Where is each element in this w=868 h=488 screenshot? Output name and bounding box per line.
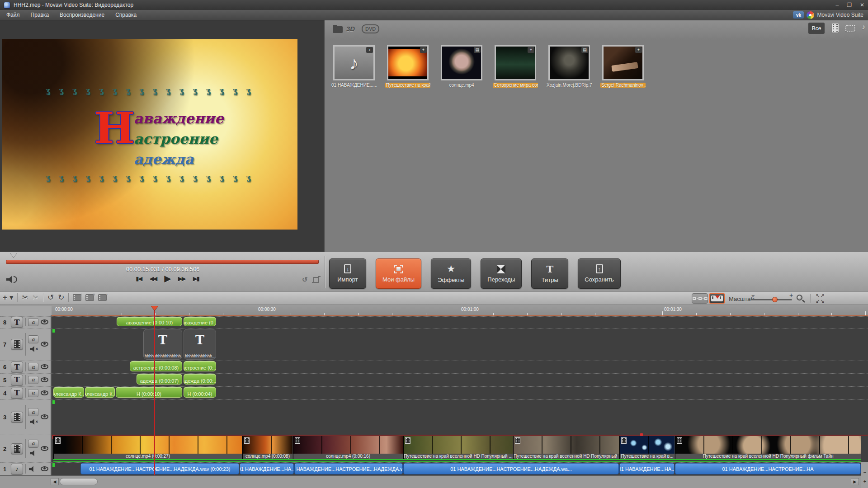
track-type-button[interactable]: T — [11, 388, 23, 399]
fullscreen-timeline-icon[interactable]: ↖↗↙↘ — [816, 293, 825, 304]
clip-speed-tool-icon[interactable]: » — [85, 294, 94, 301]
zoom-in-label[interactable]: + — [789, 291, 793, 299]
clip-audio-tool-icon[interactable]: ♪ — [73, 294, 81, 301]
track-type-button[interactable] — [11, 339, 23, 350]
media-item[interactable]: +Сотворение мира сог... — [493, 45, 538, 88]
media-thumbnail[interactable]: ▤ — [548, 45, 590, 80]
rewind-button[interactable]: ◀◀ — [149, 275, 156, 282]
track-type-button[interactable]: T — [11, 361, 23, 372]
video-clip[interactable]: солнце.mp4 (0:00:08) — [242, 436, 292, 459]
undo-button[interactable]: ↺ — [47, 293, 54, 302]
title-clip[interactable]: астроение (0:... — [184, 361, 216, 371]
media-thumbnail[interactable]: + — [602, 45, 644, 80]
playhead-handle[interactable] — [151, 306, 158, 310]
seek-marker[interactable] — [10, 253, 17, 258]
visibility-eye-icon[interactable] — [41, 466, 48, 471]
seek-bar[interactable] — [6, 260, 319, 264]
dvd-badge[interactable]: DVD — [362, 24, 379, 33]
filter-audio-icon[interactable]: ♪ — [862, 23, 865, 31]
track-type-button[interactable] — [11, 443, 23, 454]
title-clip[interactable]: аваждение (0:00:10) — [117, 317, 182, 326]
visibility-eye-icon[interactable] — [41, 414, 48, 419]
visibility-eye-icon[interactable] — [41, 390, 48, 395]
menu-item-1[interactable]: Правка — [31, 12, 49, 18]
video-clip[interactable]: Путешествие на край вселенной HD Популяр… — [513, 436, 619, 459]
scroll-right-button[interactable]: ▶ — [851, 478, 859, 485]
filter-all-button[interactable]: Все — [808, 23, 825, 34]
opacity-button[interactable]: α — [28, 408, 38, 416]
speaker-icon[interactable] — [29, 466, 35, 472]
title-clip[interactable]: Александр К... — [85, 387, 115, 398]
add-clip-dropdown-icon[interactable]: ▾ — [9, 293, 14, 302]
video-clip[interactable]: солнце.mp4 (0:00:27) — [53, 436, 242, 459]
open-folder-icon[interactable] — [333, 26, 343, 33]
menu-item-3[interactable]: Справка — [115, 12, 137, 18]
track-type-button[interactable]: T — [11, 317, 23, 328]
timeline-view-button[interactable] — [709, 293, 725, 304]
split-button[interactable]: ✂ — [33, 293, 39, 302]
playhead-line[interactable] — [154, 306, 155, 475]
import-button[interactable]: ↓Импорт — [329, 258, 366, 289]
preview-video[interactable]: ʓ ʓ ʓ ʓ ʓ ʓ ʓ ʓ ʓ ʓ ʓ ʓ ʓ ʓ ʓ ʓ Н аважде… — [2, 39, 297, 230]
media-item[interactable]: +Путешествие на край... — [385, 45, 430, 88]
title-clip[interactable]: астроение (0:00:08) — [130, 361, 182, 371]
myfiles-button[interactable]: Мои файлы — [376, 258, 421, 289]
opacity-button[interactable]: α — [28, 335, 38, 343]
media-item[interactable]: ♪♪01 НАВАЖДЕНИЕ...... — [331, 45, 377, 88]
redo-button[interactable]: ↻ — [58, 293, 64, 302]
track-type-button[interactable]: T — [11, 375, 23, 385]
menu-item-0[interactable]: Файл — [6, 12, 20, 18]
opacity-button[interactable]: α — [28, 440, 38, 448]
clip-duration-tool-icon[interactable]: ◔ — [98, 294, 107, 301]
title-clip[interactable]: адежда (0:00:... — [184, 374, 216, 385]
zoom-out-label[interactable]: − — [751, 292, 755, 299]
next-frame-button[interactable]: ▶▮ — [193, 275, 199, 282]
close-button[interactable]: ✕ — [860, 0, 864, 10]
title-clip[interactable]: Н (0:00:04) — [184, 387, 216, 398]
vk-icon[interactable]: vk — [793, 11, 804, 19]
crop-icon[interactable] — [313, 277, 319, 283]
media-thumbnail[interactable]: ♪♪ — [333, 45, 375, 80]
speaker-icon[interactable] — [30, 450, 36, 456]
prev-frame-button[interactable]: ▮◀ — [136, 275, 142, 282]
zoom-slider[interactable] — [750, 299, 792, 300]
media-thumbnail[interactable]: ▤ — [441, 45, 482, 80]
cut-button[interactable]: ✂ — [22, 293, 28, 302]
3d-badge[interactable]: 3D — [346, 25, 355, 33]
media-item[interactable]: +Sergei Rachmaninov ... — [600, 45, 646, 88]
title-clip[interactable]: Александр К... — [53, 387, 84, 398]
time-ruler[interactable]: 00:00:0000:00:3000:01:0000:01:30 — [52, 306, 868, 315]
rotate-icon[interactable]: ↺ — [302, 276, 308, 284]
save-button[interactable]: ↑Сохранить — [578, 258, 621, 289]
opacity-button[interactable]: α — [28, 318, 38, 326]
track-height-plus-button[interactable]: + — [862, 479, 868, 484]
scrollbar-thumb[interactable] — [60, 478, 98, 485]
video-clip[interactable]: солнце.mp4 (0:00:16) — [293, 436, 403, 459]
titles-button[interactable]: TТитры — [531, 258, 568, 289]
title-clip[interactable]: Н (0:00:10) — [116, 387, 182, 398]
track-type-button[interactable]: ♪ — [11, 464, 23, 474]
title-card-clip[interactable]: Thhhhhhhhhhhh... — [184, 329, 216, 360]
media-thumbnail[interactable]: + — [495, 45, 536, 80]
visibility-eye-icon[interactable] — [41, 342, 48, 347]
storyboard-view-button[interactable] — [692, 293, 708, 304]
audio-clip[interactable]: 01 НАВАЖДЕНИЕ...НАСТРОЕНИЕ...НАДЕЖДА.wav… — [80, 463, 239, 474]
track-height-minus-button[interactable]: − — [862, 469, 868, 475]
audio-clip[interactable]: 01 НАВАЖДЕНИЕ...НА... — [619, 463, 675, 474]
filter-images-icon[interactable] — [845, 25, 855, 32]
title-clip[interactable]: аваждение (0... — [184, 317, 216, 326]
star-button[interactable]: ★Эффекты — [431, 258, 471, 289]
scroll-left-button[interactable]: ◀ — [51, 478, 59, 485]
visibility-eye-icon[interactable] — [41, 377, 48, 382]
restore-button[interactable]: ❐ — [847, 0, 852, 10]
media-item[interactable]: ▤Xozjain.Morej.BDRip.7... — [547, 45, 592, 88]
filter-video-icon[interactable] — [832, 23, 839, 33]
add-clip-button[interactable]: + — [3, 293, 7, 302]
forward-button[interactable]: ▶▶ — [178, 275, 185, 282]
volume-icon[interactable] — [6, 276, 14, 283]
title-card-clip[interactable]: Thhhhhhhhhhhhhhhh... — [143, 329, 182, 360]
play-button[interactable]: ▶ — [164, 273, 170, 284]
opacity-button[interactable]: α — [28, 389, 38, 397]
audio-clip[interactable]: 01 НАВАЖДЕНИЕ...НАСТРОЕНИЕ...НАДЕЖДА.w..… — [294, 463, 403, 474]
transition-button[interactable]: Переходы — [481, 258, 522, 289]
